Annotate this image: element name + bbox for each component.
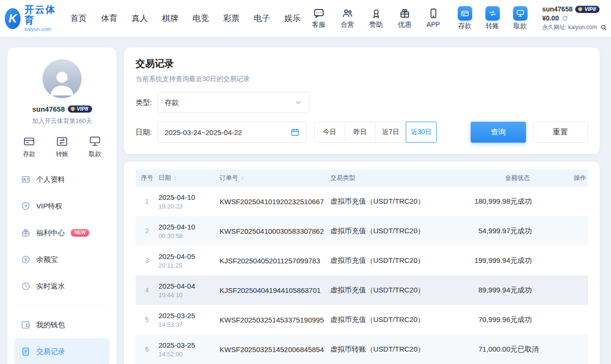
topbar-deposit-button[interactable]: 存款 [453,6,476,31]
search-icon[interactable] [600,24,607,31]
profile-sidebar: sun47658 VIP8 加入开云体育第160天 存款 转账 [8,48,116,364]
cell-index: 5 [136,316,158,323]
sidebar-item-label: 实时返水 [36,282,65,291]
type-filter-row: 类型: 存款 [136,92,588,113]
table-header-row: 序号 日期 订单号 交易类型 金额 状态 操作 [136,169,588,187]
brand-logo[interactable]: K 开云体育 kaiyun.com [5,4,56,32]
nav-lottery[interactable]: 彩票 [223,13,240,24]
utility-app[interactable]: APP [422,8,445,29]
chevron-down-icon [295,99,302,106]
sort-icon[interactable] [240,176,245,181]
header-type: 交易类型 [330,174,436,182]
sidebar-item-rebate[interactable]: 实时返水 [14,273,110,300]
sidebar-withdraw-button[interactable]: 取款 [89,135,101,158]
top-navbar: K 开云体育 kaiyun.com 首页 体育 真人 棋牌 电竞 彩票 电子 娱… [0,0,611,37]
balance-amount: ¥0.00 [542,14,559,22]
nav-home[interactable]: 首页 [71,13,87,24]
cell-date: 2025-04-04 19:44:10 [158,282,220,299]
date-range-input[interactable]: 2025-03-24~2025-04-22 [158,122,306,143]
sidebar-deposit-button[interactable]: 存款 [23,135,35,158]
reset-button[interactable]: 重置 [533,122,588,143]
topbar-transfer-button[interactable]: 转账 [481,6,504,31]
utility-label: 优惠 [398,21,411,29]
cell-transaction-type: 虚拟币充值（USDT/TRC20） [330,197,436,206]
membership-days: 加入开云体育第160天 [14,117,110,125]
new-badge: NEW [71,229,89,237]
date-filter-row: 日期: 2025-03-24~2025-04-22 今日 昨日 近7日 近30日… [136,122,588,143]
withdraw-icon [89,135,101,147]
header-amount: 金额 [436,174,517,182]
sidebar-item-transactions[interactable]: 交易记录 [14,338,110,364]
sort-icon[interactable] [173,176,178,181]
vip-crest-icon [70,106,75,112]
type-select[interactable]: 存款 [158,92,309,113]
date-label: 日期: [136,128,158,137]
sidebar-item-yuebao[interactable]: 余额宝 [14,246,110,273]
sidebar-divider [17,305,107,306]
header-status: 状态 [517,174,565,182]
cell-status: 成功 [517,315,565,324]
vip-badge: VIP8 [68,105,92,113]
vip-badge: VIP8 [575,6,600,13]
range-30days-button[interactable]: 近30日 [406,122,437,143]
utility-promo[interactable]: 优惠 [393,8,416,29]
date-range-value: 2025-03-24~2025-04-22 [165,128,242,136]
sidebar-item-label: 交易记录 [36,347,65,356]
refresh-balance-icon[interactable] [562,15,568,21]
nav-cards[interactable]: 棋牌 [162,13,179,24]
cell-status: 成功 [517,227,565,236]
sidebar-item-profile[interactable]: 个人资料 [14,166,110,193]
nav-esports[interactable]: 电竞 [193,13,209,24]
nav-sports[interactable]: 体育 [101,13,117,24]
cell-index: 3 [136,257,158,264]
sidebar-transfer-button[interactable]: 转账 [56,135,68,158]
sidebar-item-vip[interactable]: VIP特权 [14,193,110,219]
cell-status: 成功 [517,286,565,295]
sidebar-quick-actions: 存款 转账 取款 [23,135,101,158]
sponsor-icon [370,8,382,19]
sidebar-item-label: 个人资料 [36,175,65,184]
range-today-button[interactable]: 今日 [314,122,345,143]
cell-order-number: KWSF202504100030583307862 [220,227,330,235]
filter-panel: 交易记录 当前系统支持查询最近30日的交易记录 类型: 存款 日期: 2025-… [124,48,600,154]
utility-label: 赞助 [369,21,383,29]
wallet-icon [21,320,31,330]
type-select-value: 存款 [165,98,179,107]
rebate-cycle-icon [21,281,31,291]
topbar-withdraw-button[interactable]: 取款 [509,6,532,31]
profile-avatar[interactable] [42,59,82,98]
nav-live[interactable]: 真人 [132,13,148,24]
sidebar-item-wallet[interactable]: 我的钱包 [14,312,110,338]
chat-icon [313,8,325,19]
main-navigation: 首页 体育 真人 棋牌 电竞 彩票 电子 娱乐 [71,13,301,24]
nav-entertainment[interactable]: 娱乐 [284,13,301,24]
sidebar-item-welfare[interactable]: 福利中心 NEW [14,219,110,246]
transactions-table-panel: 序号 日期 订单号 交易类型 金额 状态 操作 1 2025-04-10 1 [124,162,600,364]
cell-transaction-type: 虚拟币充值（USDT/TRC20） [330,256,436,265]
cell-index: 1 [136,198,158,205]
page-layout: sun47658 VIP8 加入开云体育第160天 存款 转账 [0,37,611,364]
phone-icon [428,8,439,19]
quick-action-label: 存款 [23,150,35,158]
logo-icon: K [5,8,21,29]
utility-partners[interactable]: 合营 [336,8,359,29]
quick-range-group: 今日 昨日 近7日 近30日 [314,122,437,143]
cell-status: 已取消 [517,345,565,354]
nav-slots[interactable]: 电子 [254,13,270,24]
cell-transaction-type: 虚拟币充值（USDT/TRC20） [330,286,436,295]
cell-transaction-type: 虚拟币转账（USDT/TRC20） [330,345,436,354]
cell-index: 6 [136,345,158,353]
page-title: 交易记录 [136,57,588,70]
range-7days-button[interactable]: 近7日 [375,122,406,143]
search-button[interactable]: 查询 [471,122,526,143]
cell-amount: 89,999.94元 [436,286,517,295]
cell-date: 2025-03-25 14:53:37 [158,312,220,328]
sidebar-item-label: VIP特权 [36,202,62,211]
range-yesterday-button[interactable]: 昨日 [345,122,376,143]
utility-support[interactable]: 客服 [307,8,330,29]
cell-order-number: KJSF202504041944105863701 [220,286,330,294]
cell-date: 2025-03-25 14:52:00 [158,341,220,358]
quick-action-label: 取款 [89,150,101,158]
cell-status: 成功 [517,197,565,206]
utility-sponsor[interactable]: 赞助 [365,8,388,29]
